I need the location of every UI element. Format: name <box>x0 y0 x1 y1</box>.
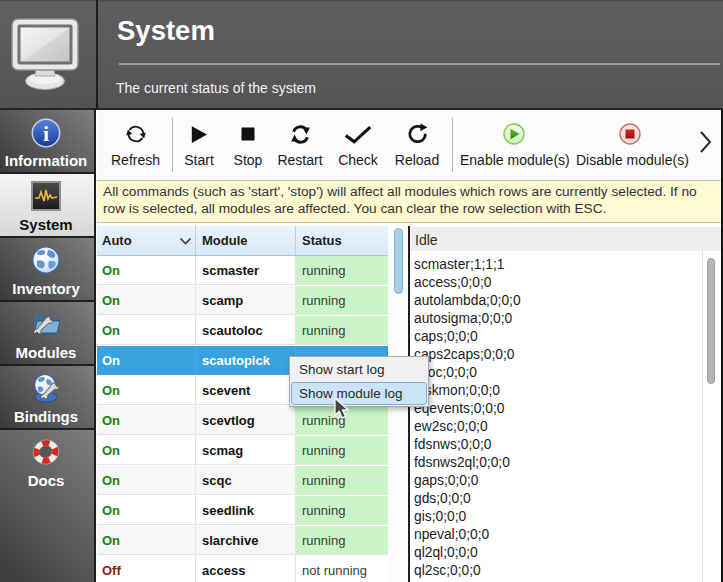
svg-text:i: i <box>43 121 49 146</box>
